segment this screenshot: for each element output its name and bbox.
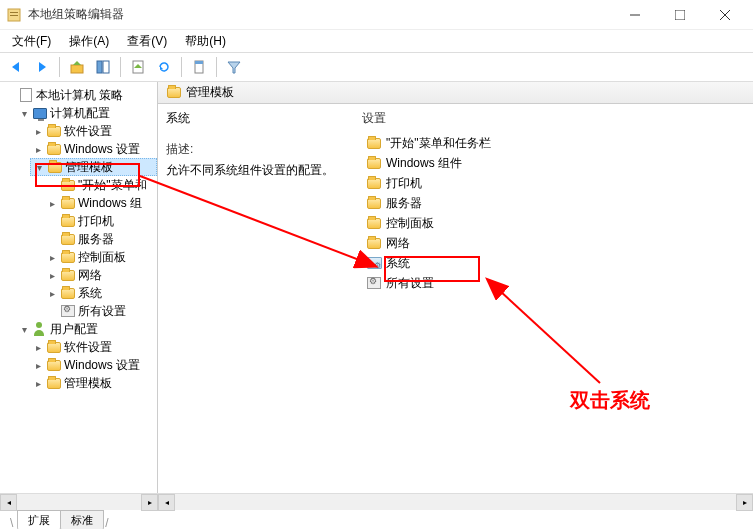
- folder-icon: [60, 195, 76, 211]
- tree-windows-settings[interactable]: ▸Windows 设置: [30, 140, 157, 158]
- export-button[interactable]: [126, 55, 150, 79]
- up-button[interactable]: [65, 55, 89, 79]
- scroll-left-button[interactable]: ◂: [0, 494, 17, 511]
- tree-user-admin-templates[interactable]: ▸管理模板: [30, 374, 157, 392]
- settings-icon: [366, 275, 382, 291]
- tree-label: 本地计算机 策略: [36, 87, 123, 104]
- chevron-right-icon[interactable]: ▸: [32, 360, 44, 371]
- tree-label: Windows 设置: [64, 357, 140, 374]
- tree-pane[interactable]: ▸ 本地计算机 策略 ▾ 计算机配置 ▸软件设置: [0, 82, 158, 510]
- settings-list[interactable]: 设置 "开始"菜单和任务栏 Windows 组件 打印机 服务器 控制面板 网络…: [358, 104, 753, 493]
- list-item-servers[interactable]: 服务器: [362, 193, 749, 213]
- tree-admin-templates[interactable]: ▾管理模板: [30, 158, 157, 176]
- folder-icon: [366, 195, 382, 211]
- menu-file[interactable]: 文件(F): [4, 31, 59, 52]
- tree-all-settings[interactable]: ▸所有设置: [44, 302, 157, 320]
- folder-icon: [366, 155, 382, 171]
- tree-label: 管理模板: [64, 375, 112, 392]
- scroll-right-button[interactable]: ▸: [141, 494, 158, 511]
- tab-extended[interactable]: 扩展: [17, 510, 61, 529]
- list-item-windows-components[interactable]: Windows 组件: [362, 153, 749, 173]
- description-panel: 系统 描述: 允许不同系统组件设置的配置。: [158, 104, 358, 493]
- tree-servers[interactable]: ▸服务器: [44, 230, 157, 248]
- tree-printers[interactable]: ▸打印机: [44, 212, 157, 230]
- list-item-start-menu[interactable]: "开始"菜单和任务栏: [362, 133, 749, 153]
- chevron-right-icon[interactable]: ▸: [32, 342, 44, 353]
- list-item-network[interactable]: 网络: [362, 233, 749, 253]
- minimize-button[interactable]: [612, 1, 657, 29]
- folder-icon: [46, 123, 62, 139]
- show-hide-tree-button[interactable]: [91, 55, 115, 79]
- filter-button[interactable]: [222, 55, 246, 79]
- tree-label: 网络: [78, 267, 102, 284]
- tree-start-menu[interactable]: ▸"开始"菜单和: [44, 176, 157, 194]
- back-button[interactable]: [4, 55, 28, 79]
- separator: [59, 57, 60, 77]
- folder-icon: [46, 339, 62, 355]
- scroll-right-button[interactable]: ▸: [736, 494, 753, 511]
- content-area: ▸ 本地计算机 策略 ▾ 计算机配置 ▸软件设置: [0, 82, 753, 510]
- folder-icon: [60, 267, 76, 283]
- tree-windows-components[interactable]: ▸Windows 组: [44, 194, 157, 212]
- chevron-right-icon[interactable]: ▸: [46, 288, 58, 299]
- tree-user-config[interactable]: ▾ 用户配置: [16, 320, 157, 338]
- tree-computer-config[interactable]: ▾ 计算机配置: [16, 104, 157, 122]
- tree-software-settings[interactable]: ▸软件设置: [30, 122, 157, 140]
- tree-user-software[interactable]: ▸软件设置: [30, 338, 157, 356]
- list-item-system[interactable]: 系统: [362, 253, 749, 273]
- list-item-all-settings[interactable]: 所有设置: [362, 273, 749, 293]
- svg-marker-18: [228, 62, 240, 73]
- chevron-down-icon[interactable]: ▾: [18, 108, 30, 119]
- tree-label: Windows 组: [78, 195, 142, 212]
- chevron-right-icon[interactable]: ▸: [46, 270, 58, 281]
- scroll-track[interactable]: [17, 494, 141, 510]
- chevron-right-icon[interactable]: ▸: [46, 198, 58, 209]
- tree-user-windows-settings[interactable]: ▸Windows 设置: [30, 356, 157, 374]
- svg-rect-2: [10, 15, 18, 16]
- folder-icon: [46, 375, 62, 391]
- properties-button[interactable]: [187, 55, 211, 79]
- chevron-right-icon[interactable]: ▸: [46, 252, 58, 263]
- tree-label: 软件设置: [64, 339, 112, 356]
- scroll-track[interactable]: [175, 494, 736, 510]
- svg-marker-10: [73, 61, 81, 65]
- folder-icon: [366, 235, 382, 251]
- description-label: 描述:: [166, 141, 350, 158]
- chevron-right-icon[interactable]: ▸: [32, 378, 44, 389]
- tree-root[interactable]: ▸ 本地计算机 策略: [2, 86, 157, 104]
- menu-action[interactable]: 操作(A): [61, 31, 117, 52]
- tree-label: Windows 设置: [64, 141, 140, 158]
- list-item-printers[interactable]: 打印机: [362, 173, 749, 193]
- menubar: 文件(F) 操作(A) 查看(V) 帮助(H): [0, 30, 753, 52]
- chevron-right-icon[interactable]: ▸: [32, 144, 44, 155]
- maximize-button[interactable]: [657, 1, 702, 29]
- svg-rect-9: [71, 65, 83, 73]
- chevron-right-icon[interactable]: ▸: [32, 126, 44, 137]
- list-item-control-panel[interactable]: 控制面板: [362, 213, 749, 233]
- settings-column-header[interactable]: 设置: [362, 110, 749, 127]
- svg-rect-1: [10, 12, 18, 13]
- list-item-label: 系统: [386, 255, 410, 272]
- tab-standard[interactable]: 标准: [60, 510, 104, 529]
- chevron-down-icon[interactable]: ▾: [18, 324, 30, 335]
- scroll-left-button[interactable]: ◂: [158, 494, 175, 511]
- forward-button[interactable]: [30, 55, 54, 79]
- horizontal-scrollbar[interactable]: ◂ ▸: [158, 493, 753, 510]
- tree-horizontal-scrollbar[interactable]: ◂ ▸: [0, 493, 158, 510]
- details-pane: 管理模板 系统 描述: 允许不同系统组件设置的配置。 设置 "开始"菜单和任务栏…: [158, 82, 753, 510]
- window-title: 本地组策略编辑器: [28, 6, 612, 23]
- chevron-down-icon[interactable]: ▾: [33, 162, 45, 173]
- list-item-label: 网络: [386, 235, 410, 252]
- menu-view[interactable]: 查看(V): [119, 31, 175, 52]
- list-item-label: Windows 组件: [386, 155, 462, 172]
- tree-network[interactable]: ▸网络: [44, 266, 157, 284]
- refresh-button[interactable]: [152, 55, 176, 79]
- tree-system[interactable]: ▸系统: [44, 284, 157, 302]
- folder-icon: [46, 357, 62, 373]
- tree-control-panel[interactable]: ▸控制面板: [44, 248, 157, 266]
- details-header: 管理模板: [158, 82, 753, 104]
- list-item-label: "开始"菜单和任务栏: [386, 135, 491, 152]
- separator: [181, 57, 182, 77]
- close-button[interactable]: [702, 1, 747, 29]
- menu-help[interactable]: 帮助(H): [177, 31, 234, 52]
